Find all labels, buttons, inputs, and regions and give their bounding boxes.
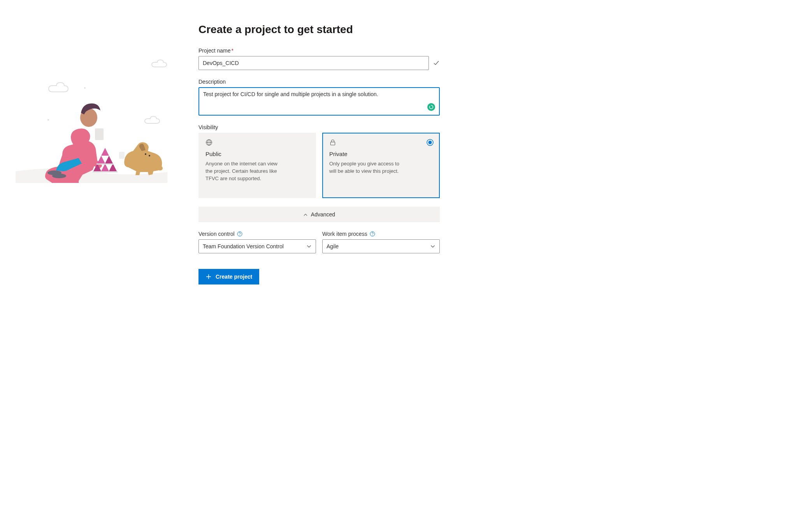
chevron-up-icon <box>303 212 308 217</box>
svg-rect-12 <box>93 171 118 172</box>
version-control-value: Team Foundation Version Control <box>203 243 284 249</box>
visibility-private-card[interactable]: Private Only people you give access to w… <box>322 133 440 198</box>
description-group: Description <box>198 79 440 116</box>
visibility-private-title: Private <box>329 151 433 157</box>
work-item-process-select[interactable]: Agile <box>322 239 440 253</box>
create-project-form: Create a project to get started Project … <box>198 23 440 509</box>
svg-rect-22 <box>330 142 335 145</box>
svg-point-15 <box>149 155 150 156</box>
advanced-selects: Version control Team Foundation Version … <box>198 231 440 253</box>
svg-point-21 <box>428 141 432 144</box>
svg-marker-11 <box>101 148 109 156</box>
globe-icon <box>205 139 212 146</box>
advanced-label: Advanced <box>311 211 335 218</box>
visibility-public-desc: Anyone on the internet can view the proj… <box>205 160 279 183</box>
project-name-label-text: Project name <box>198 47 230 54</box>
onboarding-illustration <box>16 54 167 183</box>
description-input[interactable] <box>203 91 435 111</box>
help-icon[interactable] <box>370 231 375 237</box>
svg-rect-16 <box>119 152 125 159</box>
svg-rect-13 <box>97 163 114 165</box>
version-control-group: Version control Team Foundation Version … <box>198 231 316 253</box>
version-control-label: Version control <box>198 231 235 237</box>
create-project-button-label: Create project <box>216 274 252 280</box>
project-name-input[interactable] <box>198 56 429 70</box>
description-label: Description <box>198 79 440 85</box>
svg-point-1 <box>47 119 49 121</box>
work-item-process-value: Agile <box>327 243 339 249</box>
visibility-public-title: Public <box>205 151 309 157</box>
create-project-page: Create a project to get started Project … <box>0 0 799 532</box>
illustration-column <box>16 23 167 509</box>
svg-marker-10 <box>105 156 113 163</box>
svg-point-14 <box>145 153 146 155</box>
svg-point-4 <box>52 174 66 178</box>
project-name-group: Project name* <box>198 47 440 70</box>
visibility-group: Visibility Public Anyone on the internet… <box>198 124 440 198</box>
advanced-toggle[interactable]: Advanced <box>198 207 440 222</box>
description-field-wrap <box>198 87 440 116</box>
visibility-private-desc: Only people you give access to will be a… <box>329 160 403 175</box>
visibility-public-card[interactable]: Public Anyone on the internet can view t… <box>198 133 316 198</box>
work-item-process-group: Work item process Agile <box>322 231 440 253</box>
project-name-label: Project name* <box>198 47 440 54</box>
svg-rect-5 <box>95 128 104 140</box>
radio-selected-icon <box>427 139 434 146</box>
check-icon <box>433 60 440 67</box>
visibility-label: Visibility <box>198 124 440 130</box>
svg-point-26 <box>372 235 372 235</box>
work-item-process-label: Work item process <box>322 231 367 237</box>
svg-marker-9 <box>97 156 105 163</box>
version-control-select[interactable]: Team Foundation Version Control <box>198 239 316 253</box>
help-icon[interactable] <box>237 231 242 237</box>
spinner-icon <box>427 103 435 111</box>
create-project-button[interactable]: Create project <box>198 269 259 284</box>
chevron-down-icon <box>306 244 312 249</box>
lock-icon <box>329 139 336 146</box>
chevron-down-icon <box>430 244 435 249</box>
svg-point-24 <box>239 235 240 235</box>
plus-icon <box>205 274 212 280</box>
svg-point-0 <box>84 87 86 89</box>
required-indicator: * <box>231 47 233 54</box>
page-title: Create a project to get started <box>198 23 440 36</box>
